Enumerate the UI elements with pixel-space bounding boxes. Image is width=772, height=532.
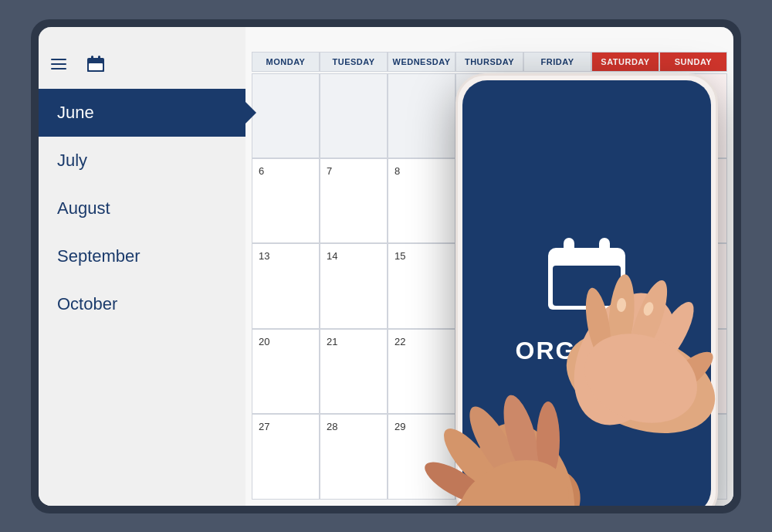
- sidebar-item-june[interactable]: June: [39, 89, 245, 137]
- cal-cell: 22: [388, 329, 455, 414]
- svg-rect-4: [98, 56, 100, 61]
- header-friday: FRIDAY: [523, 52, 591, 72]
- organize-label: ORGANIZE: [516, 337, 659, 365]
- cal-cell: [252, 73, 320, 158]
- cal-cell: 13: [252, 243, 320, 328]
- nav-arrow: [245, 102, 256, 124]
- calendar-header: MONDAY TUESDAY WEDNESDAY THURSDAY FRIDAY…: [252, 52, 727, 72]
- sidebar-item-october[interactable]: October: [39, 280, 245, 328]
- svg-rect-3: [91, 56, 93, 61]
- header-saturday: SATURDAY: [591, 52, 659, 72]
- svg-rect-7: [564, 238, 574, 259]
- header-thursday: THURSDAY: [455, 52, 523, 72]
- header-monday: MONDAY: [252, 52, 320, 72]
- cal-cell: 20: [252, 329, 320, 414]
- cal-cell: 14: [320, 243, 388, 328]
- main-content: MONDAY TUESDAY WEDNESDAY THURSDAY FRIDAY…: [245, 27, 733, 506]
- header-tuesday: TUESDAY: [320, 52, 388, 72]
- cal-cell: [388, 73, 455, 158]
- calendar-header-icon: [85, 53, 107, 75]
- tablet-device: June July August September October MONDA…: [31, 19, 741, 513]
- cal-cell: 29: [388, 414, 455, 499]
- svg-rect-8: [599, 238, 610, 259]
- cal-cell: 7: [320, 158, 388, 243]
- svg-rect-2: [89, 63, 103, 70]
- cal-cell: 21: [320, 329, 388, 414]
- cal-cell: [320, 73, 388, 158]
- phone-frame: ORGANIZE: [455, 73, 718, 506]
- header-sunday: SUNDAY: [659, 52, 727, 72]
- svg-rect-9: [553, 266, 621, 306]
- hamburger-menu-button[interactable]: [51, 59, 66, 69]
- sidebar-header: [39, 46, 245, 83]
- sidebar-item-august[interactable]: August: [39, 185, 245, 232]
- phone-device[interactable]: ORGANIZE: [455, 73, 718, 506]
- cal-cell: 6: [252, 158, 320, 243]
- phone-screen: ORGANIZE: [462, 80, 711, 506]
- cal-cell: 15: [388, 243, 455, 328]
- cal-cell: 8: [388, 158, 455, 243]
- sidebar: June July August September October: [39, 27, 245, 506]
- cal-cell: 27: [252, 414, 320, 499]
- header-wednesday: WEDNESDAY: [388, 52, 455, 72]
- sidebar-item-july[interactable]: July: [39, 137, 245, 185]
- sidebar-item-september[interactable]: September: [39, 232, 245, 280]
- tablet-screen: June July August September October MONDA…: [39, 27, 733, 506]
- cal-cell: 28: [320, 414, 388, 499]
- phone-calendar-icon: [540, 229, 633, 321]
